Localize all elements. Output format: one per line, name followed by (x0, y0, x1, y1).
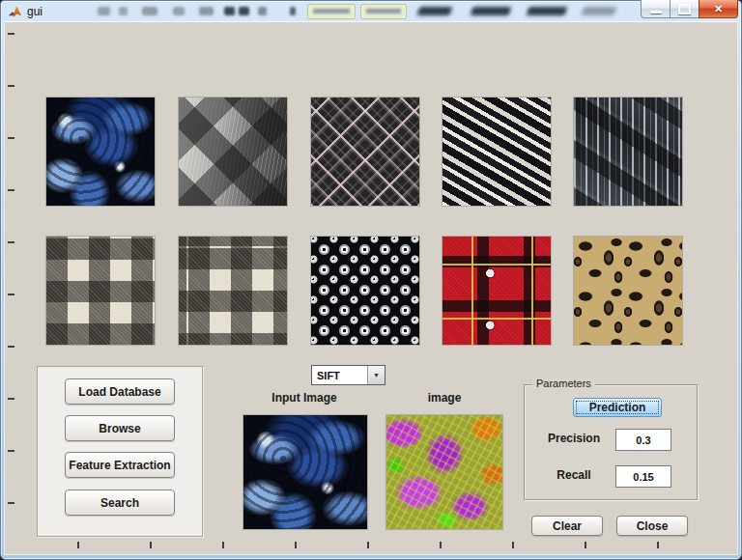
texture-thumbnail-6 (46, 237, 155, 345)
feature-extraction-button[interactable]: Feature Extraction (65, 452, 175, 478)
close-button[interactable]: ✕ (699, 0, 738, 18)
blurred-icon (119, 7, 128, 15)
window-controls: ✕ (641, 0, 738, 18)
parameters-panel: Parameters Prediction Precision Recall (524, 384, 698, 500)
blurred-icon (290, 7, 296, 15)
blurred-icon (142, 7, 157, 15)
blurred-icon (258, 7, 267, 15)
axis-tick-left (8, 502, 14, 504)
axis-tick-bottom (585, 542, 586, 548)
feature-image (386, 415, 502, 529)
axis-tick-bottom (512, 542, 514, 548)
axis-tick-left (8, 33, 14, 35)
texture-thumbnail-4 (442, 98, 551, 206)
blurred-label (527, 7, 567, 15)
database-panel: Load Database Browse Feature Extraction … (37, 366, 203, 537)
texture-thumbnail-9 (442, 237, 551, 345)
titlebar[interactable]: gui ✕ (1, 1, 741, 21)
precision-label: Precision (530, 432, 617, 445)
axis-tick-left (8, 189, 14, 191)
axis-tick-bottom (440, 542, 442, 548)
figure-canvas: Load Database Browse Feature Extraction … (4, 21, 738, 555)
texture-thumbnail-1 (46, 98, 155, 206)
search-button[interactable]: Search (65, 490, 175, 516)
axis-tick-left (8, 398, 14, 400)
maximize-button[interactable] (671, 0, 699, 18)
blurred-field (360, 4, 407, 19)
axis-tick-bottom (222, 542, 224, 548)
axis-tick-bottom (657, 542, 659, 548)
axis-tick-left (8, 450, 14, 452)
axis-tick-bottom (367, 542, 369, 548)
blurred-label (582, 7, 616, 15)
blurred-field (307, 4, 356, 19)
matlab-gui-window: gui ✕ (0, 0, 742, 560)
texture-thumbnail-3 (311, 98, 419, 206)
minimize-icon (650, 11, 662, 14)
blurred-icon (224, 7, 235, 15)
window-title: gui (27, 5, 43, 18)
blurred-icon (173, 7, 185, 15)
minimize-button[interactable] (641, 0, 671, 18)
maximize-icon (678, 4, 691, 14)
input-image (243, 415, 367, 529)
recall-label: Recall (530, 468, 617, 482)
recall-field[interactable] (615, 465, 671, 488)
feature-image-label: image (348, 391, 541, 405)
blurred-label (471, 7, 511, 15)
texture-thumbnail-2 (179, 98, 287, 206)
feature-method-dropdown[interactable]: SIFT ▼ (311, 365, 385, 385)
blurred-icon (98, 7, 110, 15)
axis-tick-bottom (150, 542, 152, 548)
blurred-label (417, 7, 452, 15)
browse-button[interactable]: Browse (65, 415, 175, 441)
close-icon: ✕ (714, 4, 723, 14)
load-database-button[interactable]: Load Database (65, 378, 175, 405)
texture-thumbnail-5 (574, 98, 682, 206)
close-figure-button[interactable]: Close (616, 516, 688, 536)
chevron-down-icon[interactable]: ▼ (367, 366, 385, 384)
axis-tick-left (8, 137, 14, 139)
prediction-button[interactable]: Prediction (573, 398, 662, 417)
texture-thumbnail-8 (311, 237, 419, 345)
texture-thumbnail-7 (179, 237, 287, 345)
dropdown-selected-value: SIFT (312, 366, 367, 384)
axis-tick-left (8, 294, 14, 295)
clear-button[interactable]: Clear (531, 516, 603, 536)
matlab-logo-icon (8, 4, 22, 18)
texture-thumbnail-10 (574, 237, 682, 345)
axis-tick-left (8, 346, 14, 348)
blurred-icon (199, 7, 214, 15)
axis-tick-bottom (295, 542, 297, 548)
blurred-icon (239, 7, 249, 15)
axis-tick-left (8, 241, 14, 243)
axis-tick-bottom (77, 542, 79, 548)
parameters-panel-title: Parameters (532, 378, 595, 389)
axis-tick-left (8, 85, 14, 87)
precision-field[interactable] (615, 429, 671, 451)
